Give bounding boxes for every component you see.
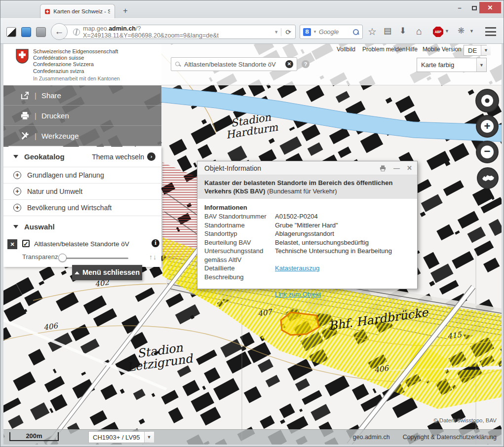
expand-icon: + [13,204,21,212]
link-problem-melden[interactable]: Problem melden [362,46,405,53]
copyright-link[interactable]: Copyright & Datenschutzerklärung [403,434,497,441]
category-bevoelkerung[interactable]: + Bevölkerung und Wirtschaft [3,200,161,216]
katasterauszug-link[interactable]: Katasterauszug [275,264,319,281]
addon-caret-icon[interactable]: ▼ [469,29,474,34]
search-value[interactable]: Altlasten/belastete Standorte öV [184,61,282,68]
url-text: map.geo.admin.ch/?X=249138.11&Y=680698.2… [83,25,271,39]
geolocate-button[interactable] [475,89,499,112]
auswahl-label: Auswahl [24,223,55,231]
search-engine-placeholder[interactable]: Google [319,29,350,36]
search-icon [175,61,181,68]
close-menu-button[interactable]: Menü schliessen [72,265,142,280]
clear-search-icon[interactable]: ✕ [285,60,293,68]
back-button[interactable]: ← [51,23,68,40]
switzerland-icon [481,173,495,183]
minimize-button[interactable]: – [453,2,466,13]
sidebar-item-label: Drucken [41,112,69,120]
adblock-caret-icon[interactable]: ▼ [445,29,449,34]
info-row: Untersuchungsstand gemäss AltlVTechnisch… [204,247,410,264]
engine-caret-icon[interactable]: ▼ [313,30,317,34]
close-button[interactable]: ✕ [479,2,501,13]
thema-wechseln-link[interactable]: Thema wechseln › [92,152,161,161]
link-mobile-version[interactable]: Mobile Version [423,46,462,53]
print-icon[interactable] [379,165,387,172]
expand-icon: + [13,187,21,195]
map-viewport[interactable]: Stadion Hardturm Bhf. Hardbrücke Stadion… [3,44,502,445]
sidebar-item-share[interactable]: | Share [3,85,161,106]
title-bar: Karten der Schweiz - Schweize... + – ✕ [0,0,504,18]
sidebar: | Share | Drucken | Werkzeuge [3,85,161,146]
remove-layer-button[interactable]: ✕ [7,239,17,249]
default-extent-button[interactable] [477,167,499,189]
popup-header[interactable]: Objekt-Information — ✕ [197,161,417,175]
maximize-icon [472,6,477,10]
extension-icon-archive[interactable] [36,27,46,37]
map-attribution[interactable]: © Daten: swisstopo, BAV [3,417,502,423]
map-search-input[interactable]: Altlasten/belastete Standorte öV ✕ [171,57,297,71]
downloads-icon[interactable]: ⬇ [399,26,406,36]
info-row: Beurteilung BAVBelastet, untersuchungsbe… [204,238,410,247]
bookmarks-menu-icon[interactable]: ▤ [384,26,391,36]
browser-tab[interactable]: Karten der Schweiz - Schweize... [40,4,115,18]
close-popup-icon[interactable]: ✕ [407,164,412,172]
expand-icon: + [13,171,21,179]
menu-icon[interactable] [485,27,496,36]
bookmark-star-icon[interactable]: ☆ [368,26,377,37]
url-bar[interactable]: map.geo.admin.ch/?X=249138.11&Y=680698.2… [60,25,296,39]
link-vollbild[interactable]: Vollbild [337,46,355,53]
link-hilfe[interactable]: Hilfe [406,46,418,53]
search-help-icon[interactable]: ? [302,60,310,68]
zoom-in-button[interactable]: + [476,115,499,138]
section-title: Informationen [204,204,410,211]
extension-icon-contrast[interactable] [6,27,16,37]
confederation-logo[interactable]: Schweizerische Eidgenossenschaft Confédé… [3,44,161,85]
extension-icon-window[interactable] [21,27,31,37]
collapse-icon [13,155,18,158]
home-icon[interactable]: ⌂ [416,26,422,37]
minus-icon: − [481,146,494,158]
triangle-up-icon [75,271,79,274]
transparency-label: Transparenz [22,253,58,261]
logo-text: Schweizerische Eidgenossenschaft Confédé… [33,48,118,74]
scale-bar: 200m [9,432,59,441]
link-zum-objekt[interactable]: Link zum Objekt [275,290,321,299]
new-tab-button[interactable]: + [119,5,132,17]
layer-checkbox[interactable]: ✓ [22,240,30,247]
site-link[interactable]: geo.admin.ch [353,434,390,441]
language-select[interactable]: DE ▼ [464,45,487,56]
basemap-select[interactable]: Karte farbig ▼ [417,58,487,72]
reload-button[interactable]: ⟳ [281,28,295,36]
category-grundlagen[interactable]: + Grundlagen und Planung [3,167,161,184]
geokatalog-header[interactable]: Geokatalog Thema wechseln › [3,147,161,167]
url-dropdown-caret[interactable]: ▼ [271,30,281,35]
transparency-slider-track[interactable] [62,258,128,259]
swiss-shield-icon [15,49,29,64]
popup-body: Informationen BAV StandortnummerA01502-P… [197,199,417,304]
active-layer-row: ✕ ✓ Altlasten/belastete Standorte öV i T… [3,233,161,267]
search-magnifier-icon[interactable] [352,29,359,36]
category-natur[interactable]: + Natur und Umwelt [3,184,161,200]
google-icon[interactable]: 8 [303,28,311,36]
layer-info-icon[interactable]: i [152,239,159,247]
site-identity-icon[interactable] [73,29,80,36]
projection-select[interactable]: CH1903+ / LV95 ▼ [88,431,150,443]
share-icon [20,91,30,100]
chevron-down-icon: ▼ [476,58,486,72]
sidebar-item-werkzeuge[interactable]: | Werkzeuge [3,126,161,146]
sidebar-item-drucken[interactable]: | Drucken [3,106,161,126]
geolocate-icon [481,95,493,107]
navigation-bar: ← map.geo.admin.ch/?X=249138.11&Y=680698… [0,18,504,44]
transparency-slider-handle[interactable] [58,254,67,262]
addon-icon[interactable]: ❋ [458,26,465,36]
zoom-out-button[interactable]: − [476,141,499,163]
info-row: Link zum Objekt [204,290,410,299]
search-engine-bar[interactable]: 8 ▼ Google [300,25,363,39]
collapse-icon [13,225,18,228]
plus-icon: + [481,120,494,133]
popup-title: Objekt-Information [204,164,261,172]
adblock-icon[interactable]: ABP [433,27,443,37]
object-info-popup: Objekt-Information — ✕ Kataster der bela… [197,161,418,289]
layer-reorder-icons[interactable]: ↑↓ [149,253,157,261]
layer-name[interactable]: Altlasten/belastete Standorte öV [34,240,129,248]
minimize-popup-icon[interactable]: — [393,164,400,172]
